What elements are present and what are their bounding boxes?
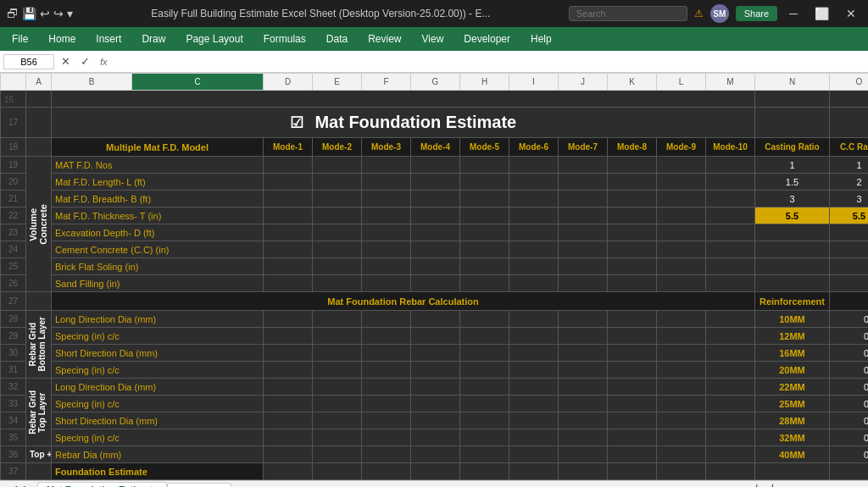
r20-e[interactable] <box>313 174 362 191</box>
r23-j[interactable] <box>559 224 608 241</box>
window-icons[interactable]: 🗗 💾 ↩ ↪ ▾ <box>7 7 73 20</box>
r23-i[interactable] <box>509 224 559 241</box>
r21-j[interactable] <box>559 191 608 208</box>
r26-h[interactable] <box>460 275 509 292</box>
r36-e[interactable] <box>313 446 362 463</box>
share-button[interactable]: Share <box>736 6 777 21</box>
r33-l[interactable] <box>657 396 706 412</box>
r19-m[interactable] <box>706 157 755 174</box>
r30-l[interactable] <box>657 345 706 362</box>
minimize-button[interactable]: ─ <box>784 7 803 20</box>
r22-d[interactable] <box>264 208 313 224</box>
r19-f[interactable] <box>362 157 411 174</box>
r20-l[interactable] <box>657 174 706 191</box>
r22-k[interactable] <box>608 208 657 224</box>
r26-i[interactable] <box>509 275 559 292</box>
ribbon-tab-developer[interactable]: Developer <box>460 31 514 47</box>
r34-g[interactable] <box>411 412 460 429</box>
ribbon-tab-home[interactable]: Home <box>45 31 79 47</box>
r22-m[interactable] <box>706 208 755 224</box>
ribbon-tab-insert[interactable]: Insert <box>92 31 125 47</box>
r32-f[interactable] <box>362 379 411 396</box>
r24-h[interactable] <box>460 241 509 258</box>
r22-j[interactable] <box>559 208 608 224</box>
search-input[interactable] <box>569 6 687 21</box>
r23-l[interactable] <box>657 224 706 241</box>
tab-scroll-right[interactable]: ▶ <box>20 482 37 487</box>
r36-j[interactable] <box>559 446 608 463</box>
r36-h[interactable] <box>460 446 509 463</box>
ribbon-tab-formulas[interactable]: Formulas <box>260 31 309 47</box>
r29-e[interactable] <box>313 328 362 345</box>
r34-m[interactable] <box>706 412 755 429</box>
r19-h[interactable] <box>460 157 509 174</box>
r22-e[interactable] <box>313 208 362 224</box>
r28-h[interactable] <box>460 311 509 328</box>
r32-m[interactable] <box>706 379 755 396</box>
r37-e[interactable] <box>313 463 362 480</box>
r21-o[interactable]: 3 <box>830 191 869 208</box>
r19-e[interactable] <box>313 157 362 174</box>
ribbon-tab-file[interactable]: File <box>8 31 31 47</box>
ribbon-tab-data[interactable]: Data <box>323 31 351 47</box>
r25-n[interactable] <box>755 258 830 275</box>
r32-g[interactable] <box>411 379 460 396</box>
r21-d[interactable] <box>264 191 313 208</box>
r37-o[interactable] <box>830 463 869 480</box>
r25-e[interactable] <box>313 258 362 275</box>
r37-m[interactable] <box>706 463 755 480</box>
r37-i[interactable] <box>509 463 559 480</box>
r29-m[interactable] <box>706 328 755 345</box>
r24-d[interactable] <box>264 241 313 258</box>
r19-l[interactable] <box>657 157 706 174</box>
r29-l[interactable] <box>657 328 706 345</box>
r23-f[interactable] <box>362 224 411 241</box>
r30-g[interactable] <box>411 345 460 362</box>
undo-icon[interactable]: ↩ <box>40 7 50 20</box>
r28-m[interactable] <box>706 311 755 328</box>
r30-m[interactable] <box>706 345 755 362</box>
tab-scroll-left[interactable]: ◀ <box>3 482 20 487</box>
r31-f[interactable] <box>362 362 411 379</box>
r36-f[interactable] <box>362 446 411 463</box>
r31-h[interactable] <box>460 362 509 379</box>
r35-j[interactable] <box>559 429 608 446</box>
r23-d[interactable] <box>264 224 313 241</box>
r35-m[interactable] <box>706 429 755 446</box>
r20-i[interactable] <box>509 174 559 191</box>
r32-i[interactable] <box>509 379 559 396</box>
r19-j[interactable] <box>559 157 608 174</box>
r30-k[interactable] <box>608 345 657 362</box>
ribbon-tab-review[interactable]: Review <box>364 31 404 47</box>
r21-i[interactable] <box>509 191 559 208</box>
r35-i[interactable] <box>509 429 559 446</box>
r22-n[interactable]: 5.5 <box>755 208 830 224</box>
r35-d[interactable] <box>264 429 313 446</box>
r30-j[interactable] <box>559 345 608 362</box>
r29-d[interactable] <box>264 328 313 345</box>
tab-mat-foundation[interactable]: Mat Foundation Estimate <box>37 482 167 487</box>
r33-f[interactable] <box>362 396 411 412</box>
save-icon[interactable]: 💾 <box>22 7 36 20</box>
r23-h[interactable] <box>460 224 509 241</box>
r37-g[interactable] <box>411 463 460 480</box>
r21-g[interactable] <box>411 191 460 208</box>
r30-e[interactable] <box>313 345 362 362</box>
r34-k[interactable] <box>608 412 657 429</box>
r23-g[interactable] <box>411 224 460 241</box>
r25-h[interactable] <box>460 258 509 275</box>
r25-k[interactable] <box>608 258 657 275</box>
r34-e[interactable] <box>313 412 362 429</box>
r25-m[interactable] <box>706 258 755 275</box>
formula-confirm[interactable]: ✓ <box>77 55 93 68</box>
tab-add-button[interactable]: + <box>231 482 248 488</box>
r28-e[interactable] <box>313 311 362 328</box>
r37-j[interactable] <box>559 463 608 480</box>
r35-k[interactable] <box>608 429 657 446</box>
r19-o[interactable]: 1 <box>830 157 869 174</box>
r25-l[interactable] <box>657 258 706 275</box>
r33-i[interactable] <box>509 396 559 412</box>
r26-l[interactable] <box>657 275 706 292</box>
r29-g[interactable] <box>411 328 460 345</box>
r24-k[interactable] <box>608 241 657 258</box>
